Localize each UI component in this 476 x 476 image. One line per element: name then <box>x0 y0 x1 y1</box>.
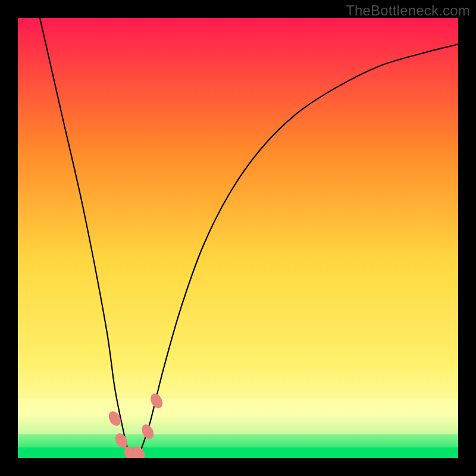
plot-background <box>18 18 458 458</box>
plot-green-strip <box>18 447 458 458</box>
watermark-label: TheBottleneck.com <box>346 2 470 19</box>
bottleneck-chart <box>18 18 458 458</box>
plot-light-band <box>18 399 458 434</box>
chart-frame: TheBottleneck.com <box>0 0 476 476</box>
